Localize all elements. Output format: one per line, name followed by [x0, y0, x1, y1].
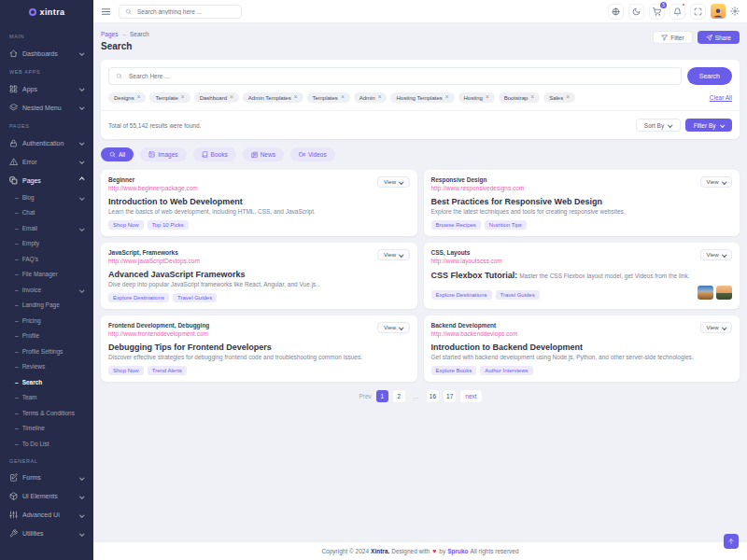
pagination-page-2[interactable]: 2 [393, 390, 405, 402]
result-badge[interactable]: Author Interviews [480, 366, 532, 375]
view-dropdown[interactable]: View [700, 249, 732, 260]
sidebar-subitem-reviews[interactable]: Reviews [9, 359, 93, 375]
sidebar-item-forms[interactable]: Forms [9, 469, 93, 487]
sidebar-subitem-file-manager[interactable]: File Manager [9, 267, 93, 283]
sidebar-subitem-team[interactable]: Team [9, 390, 93, 406]
global-search-input[interactable] [135, 7, 235, 16]
settings-button[interactable] [730, 7, 740, 16]
sidebar-item-pages[interactable]: Pages [9, 171, 93, 189]
sidebar-subitem-profile-settings[interactable]: Profile Settings [9, 343, 93, 359]
sidebar-item-ui-elements[interactable]: Ui Elements [9, 487, 93, 506]
pagination-page-17[interactable]: 17 [444, 390, 456, 402]
filter-tag[interactable]: Template [149, 92, 190, 103]
fullscreen-button[interactable] [690, 4, 706, 20]
sidebar-item-nested-menu[interactable]: Nested Menu [9, 98, 93, 117]
result-badge[interactable]: Shop Now [108, 220, 144, 230]
result-url[interactable]: http://www.javaScriptDevlops.com [108, 258, 200, 264]
sidebar-subitem-empty[interactable]: Empty [9, 236, 93, 252]
remove-tag-icon[interactable] [137, 94, 141, 101]
sidebar-subitem-invoice[interactable]: Invoice [9, 282, 93, 298]
thumbnail-desert-road[interactable] [698, 286, 713, 300]
result-badge[interactable]: Top 10 Picks [148, 220, 189, 230]
result-url[interactable]: http://www.backenddevlops.com [431, 330, 518, 337]
result-badge[interactable]: Explore Destinations [108, 293, 169, 302]
result-title[interactable]: Best Practices for Responsive Web Design [431, 197, 733, 206]
clear-all-link[interactable]: Clear All [710, 94, 732, 101]
remove-tag-icon[interactable] [566, 94, 570, 101]
result-badge[interactable]: Explore Destinations [431, 290, 492, 300]
sidebar-subitem-terms-conditions[interactable]: Terms & Conditions [9, 405, 93, 421]
remove-tag-icon[interactable] [378, 94, 382, 101]
sidebar-item-advanced-ui[interactable]: Advanced Ui [9, 506, 93, 525]
dark-mode-button[interactable] [628, 4, 644, 20]
notifications-button[interactable] [669, 4, 685, 20]
sidebar-subitem-search[interactable]: Search [9, 374, 93, 390]
remove-tag-icon[interactable] [181, 94, 185, 101]
remove-tag-icon[interactable] [530, 94, 534, 101]
tab-books[interactable]: Books [193, 147, 236, 161]
remove-tag-icon[interactable] [445, 94, 449, 101]
view-dropdown[interactable]: View [700, 322, 732, 333]
view-dropdown[interactable]: View [377, 249, 409, 260]
sort-by-dropdown[interactable]: Sort By [636, 119, 681, 132]
view-dropdown[interactable]: View [700, 176, 732, 188]
filter-tag[interactable]: Admin Templates [243, 92, 303, 103]
breadcrumb-pages-link[interactable]: Pages [101, 31, 118, 37]
filter-tag[interactable]: Hosting Templates [390, 92, 454, 103]
tab-videos[interactable]: Videos [290, 147, 335, 161]
result-badge[interactable]: Travel Guides [173, 293, 217, 302]
scroll-to-top-button[interactable] [724, 534, 739, 549]
tab-all[interactable]: All [101, 147, 134, 161]
result-url[interactable]: http://www.responsivedesigns.com [431, 185, 525, 191]
result-url[interactable]: http://www.layoutscss.com [431, 258, 502, 264]
pagination-page-16[interactable]: 16 [427, 390, 439, 402]
filter-tag[interactable]: Bootstrap [499, 92, 540, 103]
result-title[interactable]: Debugging Tips for Frontend Developers [108, 343, 410, 352]
result-badge[interactable]: Travel Guides [496, 290, 540, 300]
sidebar-subitem-to-do-list[interactable]: To Do List [9, 436, 93, 452]
sidebar-item-error[interactable]: Error [9, 152, 93, 171]
thumbnail-sunset-field[interactable] [716, 286, 732, 300]
sidebar-item-authentication[interactable]: Authentication [9, 133, 93, 152]
sidebar-subitem-timeline[interactable]: Timeline [9, 421, 93, 437]
remove-tag-icon[interactable] [230, 94, 233, 101]
cart-button[interactable]: 5 [649, 4, 665, 20]
view-dropdown[interactable]: View [377, 176, 409, 188]
sidebar-subitem-pricing[interactable]: Pricing [9, 313, 93, 329]
remove-tag-icon[interactable] [294, 94, 298, 101]
result-title[interactable]: Introduction to Backend Development [431, 343, 733, 352]
language-button[interactable] [608, 4, 624, 20]
sidebar-subitem-chat[interactable]: Chat [9, 205, 93, 221]
filter-tag[interactable]: Designs [108, 92, 146, 103]
sidebar-subitem-email[interactable]: Email [9, 220, 93, 236]
sidebar-subitem-blog[interactable]: Blog [9, 189, 93, 205]
tab-news[interactable]: News [243, 147, 284, 161]
filter-tag[interactable]: Templates [307, 92, 350, 103]
result-url[interactable]: http://www.frontenddevelopment.com [108, 330, 209, 337]
view-dropdown[interactable]: View [377, 322, 409, 333]
remove-tag-icon[interactable] [486, 94, 489, 101]
sidebar-subitem-profile[interactable]: Profile [9, 329, 93, 344]
result-badge[interactable]: Shop Now [108, 366, 144, 375]
footer-designer-link[interactable]: Spruko [447, 548, 468, 554]
sidebar-toggle-button[interactable] [101, 7, 111, 17]
pagination-next[interactable]: next [460, 390, 481, 402]
sidebar-item-apps[interactable]: Apps [9, 79, 93, 98]
result-title[interactable]: CSS Flexbox Tutorial: [431, 271, 518, 280]
result-title[interactable]: Introduction to Web Development [108, 197, 410, 206]
remove-tag-icon[interactable] [341, 94, 345, 101]
result-badge[interactable]: Nutrition Tips [485, 220, 527, 230]
result-url[interactable]: http://www.beginnerpackage.com [108, 185, 198, 191]
share-button[interactable]: Share [698, 31, 740, 44]
result-badge[interactable]: Browse Recipes [431, 220, 481, 230]
filter-tag[interactable]: Dashboard [194, 92, 239, 103]
sidebar-subitem-faqs[interactable]: FAQ's [9, 251, 93, 267]
filter-tag[interactable]: Admin [354, 92, 388, 103]
logo[interactable]: xintra [0, 0, 93, 23]
filter-tag[interactable]: Hosting [458, 92, 495, 103]
filter-by-dropdown[interactable]: Filter By [685, 119, 732, 132]
result-badge[interactable]: Explore Books [431, 366, 477, 375]
filter-button[interactable]: Filter [653, 31, 692, 44]
result-title[interactable]: Advanced JavaScript Frameworks [108, 270, 410, 279]
pagination-page-1[interactable]: 1 [376, 390, 388, 402]
